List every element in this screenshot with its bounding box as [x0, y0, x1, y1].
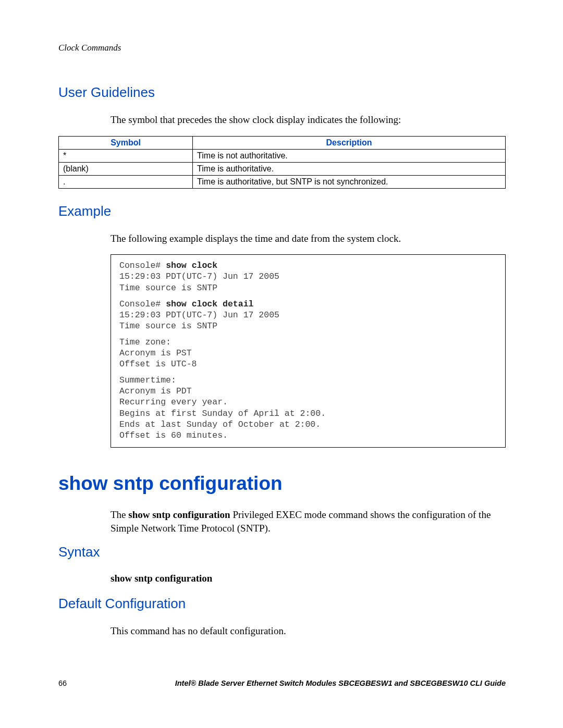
code-line: Acronym is PST	[119, 348, 497, 359]
code-command: show clock	[166, 261, 217, 270]
running-header: Clock Commands	[58, 43, 506, 53]
code-line: 15:29:03 PDT(UTC-7) Jun 17 2005	[119, 310, 497, 320]
table-row: . Time is authoritative, but SNTP is not…	[59, 175, 506, 188]
cell-symbol: .	[59, 175, 193, 188]
code-line: Time source is SNTP	[119, 282, 497, 293]
code-line: Offset is UTC-8	[119, 359, 497, 369]
cell-description: Time is authoritative, but SNTP is not s…	[193, 175, 506, 188]
command-description: The show sntp configuration Privileged E…	[111, 508, 506, 535]
code-line: Recurring every year.	[119, 397, 497, 408]
cell-description: Time is authoritative.	[193, 162, 506, 175]
heading-syntax: Syntax	[58, 544, 506, 560]
heading-example: Example	[58, 203, 506, 219]
code-line: 15:29:03 PDT(UTC-7) Jun 17 2005	[119, 271, 497, 282]
code-prompt: Console#	[119, 299, 166, 309]
th-symbol: Symbol	[59, 136, 193, 149]
default-config-text: This command has no default configuratio…	[111, 624, 506, 638]
th-description: Description	[193, 136, 506, 149]
code-line: Offset is 60 minutes.	[119, 430, 497, 441]
heading-default-configuration: Default Configuration	[58, 596, 506, 612]
heading-user-guidelines: User Guidelines	[58, 84, 506, 101]
page-footer: 66 Intel® Blade Server Ethernet Switch M…	[58, 679, 506, 687]
cell-symbol: *	[59, 149, 193, 162]
code-line: Begins at first Sunday of April at 2:00.	[119, 408, 497, 419]
code-prompt: Console#	[119, 261, 166, 270]
heading-show-sntp-configuration: show sntp configuration	[58, 473, 506, 495]
symbol-table: Symbol Description * Time is not authori…	[58, 136, 506, 189]
table-row: (blank) Time is authoritative.	[59, 162, 506, 175]
footer-doc-title: Intel® Blade Server Ethernet Switch Modu…	[175, 679, 506, 687]
desc-bold: show sntp configuration	[128, 509, 230, 520]
user-guidelines-intro: The symbol that precedes the show clock …	[111, 113, 506, 127]
code-line: Ends at last Sunday of October at 2:00.	[119, 419, 497, 430]
code-command: show clock detail	[166, 299, 253, 309]
example-intro: The following example displays the time …	[111, 232, 506, 245]
code-line: Acronym is PDT	[119, 386, 497, 397]
cell-symbol: (blank)	[59, 162, 193, 175]
code-block-show-clock: Console# show clock 15:29:03 PDT(UTC-7) …	[111, 254, 506, 448]
code-line: Time source is SNTP	[119, 320, 497, 331]
page-number: 66	[58, 679, 67, 687]
code-line: Summertime:	[119, 375, 497, 386]
table-header-row: Symbol Description	[59, 136, 506, 149]
desc-pre: The	[111, 509, 128, 520]
code-line: Time zone:	[119, 337, 497, 348]
syntax-line: show sntp configuration	[111, 573, 506, 584]
cell-description: Time is not authoritative.	[193, 149, 506, 162]
table-row: * Time is not authoritative.	[59, 149, 506, 162]
